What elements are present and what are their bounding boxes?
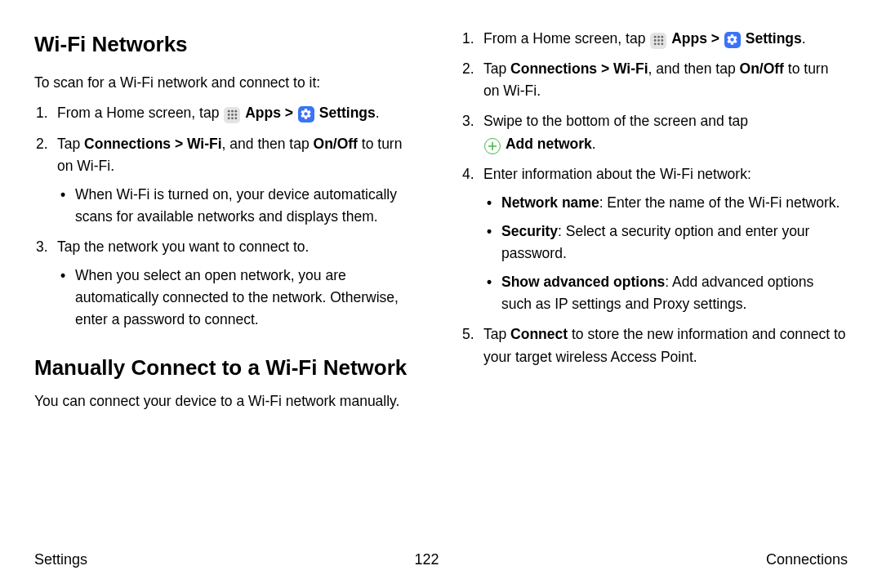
heading-manually-connect: Manually Connect to a Wi‑Fi Network (34, 351, 421, 384)
apps-label: Apps (245, 105, 281, 121)
steps-list: From a Home screen, tap Apps > Settings.… (34, 102, 421, 331)
bullet-item: Network name: Enter the name of the Wi‑F… (483, 192, 848, 214)
step-item: From a Home screen, tap Apps > Settings. (34, 102, 421, 124)
settings-label: Settings (319, 105, 376, 121)
steps-list: From a Home screen, tap Apps > Settings.… (461, 28, 848, 368)
add-network-label: Add network (506, 136, 592, 152)
heading-wifi-networks: Wi‑Fi Networks (34, 28, 421, 60)
intro-text: To scan for a Wi‑Fi network and connect … (34, 72, 421, 94)
svg-point-7 (231, 118, 234, 120)
settings-label: Settings (746, 30, 802, 47)
left-column: Wi‑Fi Networks To scan for a Wi‑Fi netwo… (34, 28, 421, 534)
step-item: Tap Connections > Wi‑Fi, and then tap On… (461, 58, 848, 102)
bullet-item: When you select an open network, you are… (57, 265, 421, 331)
step-item: Enter information about the Wi‑Fi networ… (461, 163, 848, 316)
svg-point-11 (661, 36, 663, 38)
svg-point-13 (657, 39, 660, 42)
svg-point-1 (231, 110, 234, 113)
apps-label: Apps (671, 30, 707, 47)
right-column: From a Home screen, tap Apps > Settings.… (461, 28, 848, 534)
svg-point-2 (234, 110, 237, 113)
page-footer: Settings 122 Connections (34, 551, 848, 568)
bullet-item: When Wi‑Fi is turned on, your device aut… (57, 184, 421, 228)
svg-point-9 (654, 36, 657, 38)
bullet-item: Show advanced options: Add advanced opti… (483, 271, 848, 315)
intro-text: You can connect your device to a Wi‑Fi n… (34, 390, 421, 412)
svg-point-12 (654, 39, 657, 42)
svg-point-6 (228, 118, 230, 120)
page-number: 122 (414, 551, 439, 568)
settings-icon (724, 32, 741, 48)
footer-left: Settings (34, 551, 87, 568)
step-item: Swipe to the bottom of the screen and ta… (461, 110, 848, 154)
step-item: From a Home screen, tap Apps > Settings. (461, 28, 848, 50)
add-icon (484, 138, 501, 154)
footer-right: Connections (766, 551, 848, 568)
svg-point-10 (657, 36, 660, 38)
apps-icon (650, 33, 666, 49)
svg-point-17 (661, 42, 663, 45)
bullet-item: Security: Select a security option and e… (483, 220, 848, 265)
step-item: Tap the network you want to connect to. … (34, 236, 421, 332)
settings-icon (298, 106, 314, 122)
step-item: Tap Connections > Wi‑Fi, and then tap On… (34, 133, 421, 229)
svg-point-15 (654, 42, 657, 45)
svg-point-14 (661, 39, 663, 42)
svg-point-5 (234, 114, 237, 117)
step-item: Tap Connect to store the new information… (461, 323, 848, 368)
svg-point-8 (234, 118, 237, 120)
svg-point-3 (228, 114, 230, 117)
svg-point-0 (228, 110, 230, 113)
apps-icon (224, 107, 240, 123)
svg-point-4 (231, 114, 234, 117)
svg-point-16 (657, 42, 660, 45)
